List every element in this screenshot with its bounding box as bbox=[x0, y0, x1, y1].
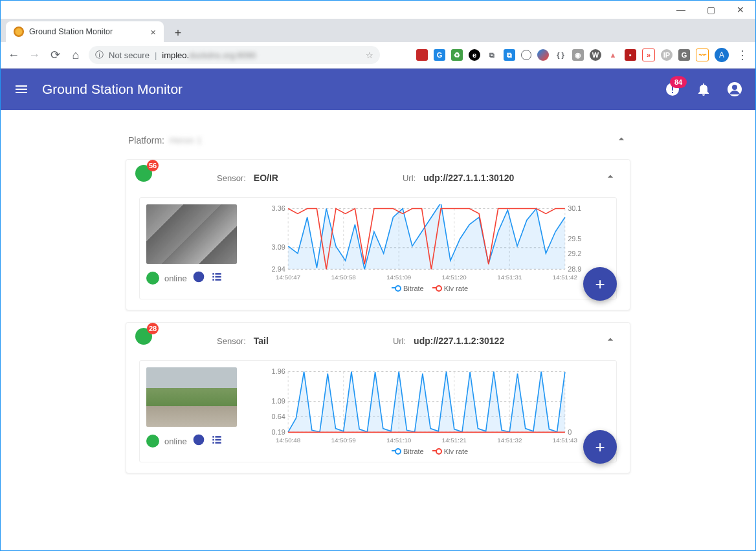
svg-text:14:51:43: 14:51:43 bbox=[553, 437, 578, 444]
svg-text:14:50:58: 14:50:58 bbox=[331, 274, 357, 281]
extension-icon[interactable]: IP bbox=[661, 49, 673, 61]
svg-text:2.94: 2.94 bbox=[272, 265, 285, 273]
sensor-body: online 2.943.093.3628.929.229.530.114:50… bbox=[139, 197, 617, 299]
new-tab-button[interactable]: + bbox=[169, 24, 187, 42]
info-icon[interactable] bbox=[192, 270, 205, 286]
online-status: online bbox=[164, 274, 187, 283]
svg-rect-39 bbox=[212, 436, 214, 438]
sensor-name: EO/IR bbox=[254, 173, 278, 183]
sensor-label: Sensor: bbox=[217, 336, 246, 346]
favicon-icon bbox=[14, 27, 24, 37]
browser-tab[interactable]: Ground Station Monitor × bbox=[6, 21, 164, 42]
window-maximize-button[interactable]: ▢ bbox=[696, 5, 726, 15]
extension-icon[interactable]: ▲ bbox=[607, 49, 619, 61]
extension-icon[interactable] bbox=[521, 50, 531, 60]
svg-text:1.96: 1.96 bbox=[272, 367, 285, 375]
svg-text:0: 0 bbox=[568, 428, 572, 436]
extension-icon[interactable]: ▪ bbox=[625, 49, 636, 61]
window-close-button[interactable]: ✕ bbox=[726, 5, 755, 15]
app-bar: Ground Station Monitor 84 bbox=[1, 69, 755, 110]
svg-text:14:51:20: 14:51:20 bbox=[442, 274, 467, 281]
bookmark-star-icon[interactable]: ☆ bbox=[366, 50, 373, 60]
tab-title: Ground Station Monitor bbox=[29, 27, 113, 36]
app-title: Ground Station Monitor bbox=[42, 81, 183, 97]
nav-home-button[interactable]: ⌂ bbox=[68, 49, 83, 62]
profile-avatar[interactable]: A bbox=[715, 48, 729, 62]
sensor-url: udp://227.1.1.1:30120 bbox=[423, 173, 514, 183]
extension-icon[interactable]: W bbox=[590, 49, 601, 61]
svg-text:29.2: 29.2 bbox=[568, 250, 581, 257]
window-titlebar: — ▢ ✕ bbox=[1, 1, 755, 19]
svg-text:14:50:48: 14:50:48 bbox=[276, 437, 301, 444]
extension-icon[interactable]: G bbox=[434, 49, 445, 61]
browser-tabstrip: Ground Station Monitor × + bbox=[1, 19, 755, 42]
security-label: Not secure bbox=[109, 50, 150, 60]
chevron-up-icon bbox=[615, 133, 628, 147]
extension-icon[interactable]: G bbox=[678, 49, 690, 61]
svg-rect-42 bbox=[215, 439, 221, 441]
extension-icon[interactable]: » bbox=[642, 49, 655, 61]
svg-text:0.64: 0.64 bbox=[272, 413, 285, 420]
list-icon[interactable] bbox=[210, 433, 223, 449]
sensor-header[interactable]: Sensor: Tail Url: udp://227.1.1.2:30122 bbox=[139, 333, 617, 349]
sensor-label: Sensor: bbox=[217, 173, 246, 183]
alerts-button[interactable]: 84 bbox=[665, 81, 680, 97]
svg-rect-8 bbox=[212, 273, 214, 275]
sensor-alert-count: 28 bbox=[147, 323, 159, 334]
svg-rect-9 bbox=[215, 273, 221, 275]
video-thumbnail[interactable] bbox=[146, 367, 237, 427]
sensor-card: 56 Sensor: EO/IR Url: udp://227.1.1.1:30… bbox=[126, 159, 630, 310]
extension-icon[interactable]: ◉ bbox=[572, 49, 584, 61]
sensor-url-label: Url: bbox=[403, 173, 416, 183]
sensor-chart: 0.190.641.091.96014:50:4814:50:5914:51:1… bbox=[243, 367, 610, 445]
svg-point-4 bbox=[732, 85, 737, 90]
address-field[interactable]: ⓘ Not secure | impleo.duckdns.org:8090 ☆ bbox=[89, 46, 380, 64]
nav-reload-button[interactable]: ⟳ bbox=[47, 48, 63, 62]
svg-rect-41 bbox=[212, 439, 214, 441]
sensor-url-label: Url: bbox=[393, 336, 406, 346]
nav-forward-button[interactable]: → bbox=[27, 49, 42, 62]
video-thumbnail[interactable] bbox=[146, 204, 237, 264]
sensor-alert-count: 56 bbox=[147, 160, 159, 171]
sensor-header[interactable]: Sensor: EO/IR Url: udp://227.1.1.1:30120 bbox=[139, 170, 617, 186]
platform-header[interactable]: Platform: Heron 1 bbox=[113, 126, 643, 154]
svg-rect-10 bbox=[212, 276, 214, 278]
sensor-url: udp://227.1.1.2:30122 bbox=[414, 336, 504, 346]
hamburger-menu-button[interactable] bbox=[14, 81, 29, 97]
add-fab-button[interactable]: + bbox=[583, 267, 617, 301]
svg-rect-44 bbox=[215, 442, 221, 444]
main-content: Platform: Heron 1 56 Sensor: EO/IR Url: … bbox=[1, 110, 755, 551]
svg-text:14:51:21: 14:51:21 bbox=[442, 437, 467, 444]
extension-icon[interactable] bbox=[416, 49, 428, 61]
svg-text:30.1: 30.1 bbox=[568, 204, 581, 212]
svg-text:14:50:47: 14:50:47 bbox=[276, 274, 300, 281]
window-minimize-button[interactable]: — bbox=[666, 5, 696, 15]
add-fab-button[interactable]: + bbox=[583, 430, 617, 464]
svg-text:1.09: 1.09 bbox=[272, 397, 285, 405]
nav-back-button[interactable]: ← bbox=[6, 49, 21, 62]
legend-bitrate: Bitrate bbox=[403, 285, 424, 292]
notifications-button[interactable] bbox=[696, 81, 711, 97]
chart-legend: Bitrate Klv rate bbox=[243, 448, 610, 455]
extension-icon[interactable]: { } bbox=[555, 49, 566, 61]
svg-rect-11 bbox=[215, 276, 221, 278]
extension-icon[interactable] bbox=[537, 49, 549, 61]
svg-rect-2 bbox=[672, 92, 673, 93]
extension-icon[interactable]: ⧉ bbox=[504, 49, 515, 61]
svg-point-7 bbox=[198, 274, 199, 275]
svg-rect-40 bbox=[215, 436, 221, 438]
tab-close-icon[interactable]: × bbox=[150, 27, 156, 38]
account-button[interactable] bbox=[727, 81, 742, 97]
svg-text:14:51:42: 14:51:42 bbox=[553, 274, 577, 281]
extension-icon[interactable]: 〰 bbox=[696, 49, 709, 61]
extension-icon[interactable]: ⧉ bbox=[486, 49, 498, 61]
svg-text:3.09: 3.09 bbox=[272, 243, 285, 251]
svg-text:3.36: 3.36 bbox=[272, 204, 285, 212]
chart-legend: Bitrate Klv rate bbox=[243, 285, 610, 292]
svg-point-38 bbox=[198, 437, 199, 438]
browser-menu-button[interactable]: ⋮ bbox=[735, 48, 750, 62]
info-icon[interactable] bbox=[192, 433, 205, 449]
list-icon[interactable] bbox=[210, 270, 223, 286]
extension-icon[interactable]: e bbox=[469, 49, 480, 61]
extension-icon[interactable]: ♻ bbox=[451, 49, 463, 61]
